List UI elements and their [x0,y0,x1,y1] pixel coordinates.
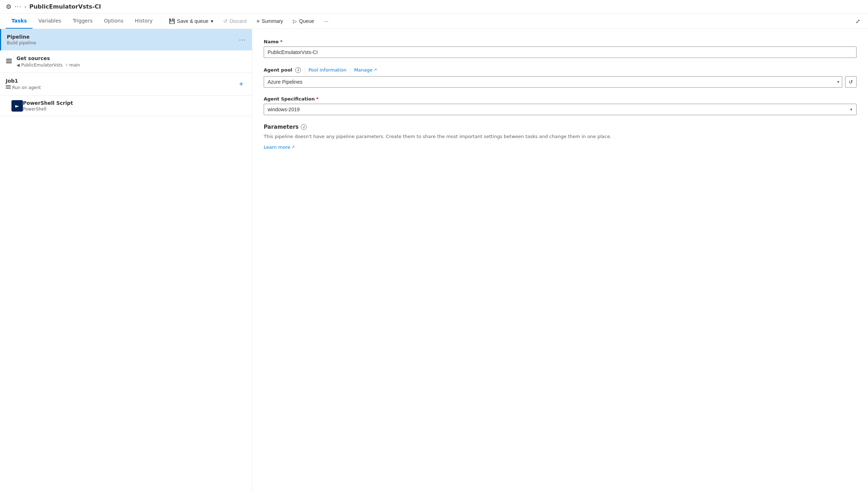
pool-information-link[interactable]: Pool information [308,67,346,73]
pipeline-more-button[interactable]: ··· [239,36,246,44]
agent-pool-form-group: Agent pool i | Pool information | Manage… [264,67,857,88]
breadcrumb-chevron: › [24,4,26,10]
ps-arrow-icon: ► [15,103,19,109]
parameters-desc: This pipeline doesn't have any pipeline … [264,133,857,140]
repo-name: PublicEmulatorVsts [21,63,62,68]
summary-label: Summary [262,18,283,24]
nav-actions: 💾 Save & queue ▾ ↺ Discard ≡ Summary ▷ Q… [165,16,333,26]
agent-spec-required-star: * [316,96,319,102]
more-dots-icon: ··· [324,18,328,24]
pipe-sep-2: | [349,67,351,73]
job-section: Job1 Run on agent + [0,73,252,116]
parameters-form-group: Parameters i This pipeline doesn't have … [264,124,857,150]
discard-icon: ↺ [223,18,228,24]
manage-label: Manage [354,67,373,73]
svg-rect-5 [6,88,11,89]
name-required-star: * [280,39,283,44]
sources-repo: ◀ PublicEmulatorVsts [16,63,63,68]
sources-branch: ⑂ main [65,63,80,68]
tab-triggers[interactable]: Triggers [67,14,98,29]
expand-icon: ⤢ [855,18,860,24]
pipeline-subtitle: Build pipeline [7,40,36,45]
more-options-button[interactable]: ··· [320,16,333,26]
right-panel: Name * Agent pool i | Pool information |… [252,29,868,492]
summary-icon: ≡ [257,18,259,24]
branch-name: main [69,63,80,68]
svg-rect-0 [6,59,12,60]
run-on-agent-icon [6,84,11,90]
manage-link[interactable]: Manage ↗ [354,67,377,73]
name-input[interactable] [264,46,857,58]
nav-bar: Tasks Variables Triggers Options History… [0,14,868,29]
refresh-icon: ↺ [849,79,853,85]
left-panel: Pipeline Build pipeline ··· Get sources … [0,29,252,492]
queue-icon: ▷ [293,18,297,24]
tab-tasks[interactable]: Tasks [6,14,33,29]
learn-more-label: Learn more [264,144,290,150]
summary-button[interactable]: ≡ Summary [252,16,287,26]
name-form-group: Name * [264,39,857,58]
learn-more-link[interactable]: Learn more ↗ [264,144,857,150]
repo-icon: ◀ [16,63,20,68]
pipeline-header-text: Pipeline Build pipeline [7,34,36,45]
powershell-icon: ► [11,100,23,112]
name-label: Name * [264,39,857,44]
job-header-left: Job1 Run on agent [6,78,41,90]
agent-spec-label: Agent Specification * [264,96,857,102]
job-header[interactable]: Job1 Run on agent + [0,73,252,95]
agent-pool-label: Agent pool [264,67,292,73]
pipeline-header[interactable]: Pipeline Build pipeline ··· [0,29,252,50]
main-layout: Pipeline Build pipeline ··· Get sources … [0,29,868,492]
tab-history[interactable]: History [129,14,159,29]
name-label-text: Name [264,39,279,44]
agent-pool-select[interactable]: Azure Pipelines [264,76,842,88]
sources-title: Get sources [16,55,80,61]
pipeline-title: Pipeline [7,34,36,40]
task-subtitle: PowerShell [23,107,73,112]
save-chevron-icon: ▾ [211,18,213,24]
sources-info: Get sources ◀ PublicEmulatorVsts ⑂ main [16,55,80,68]
learn-more-external-icon: ↗ [291,145,294,150]
expand-button[interactable]: ⤢ [853,16,862,27]
parameters-info-icon[interactable]: i [301,124,307,130]
add-task-button[interactable]: + [236,79,246,90]
queue-label: Queue [299,18,314,24]
svg-rect-2 [6,62,12,63]
external-link-icon: ↗ [374,68,377,72]
task-title: PowerShell Script [23,100,73,106]
page-title: PublicEmulatorVsts-CI [29,3,101,10]
sources-icon [6,58,12,65]
top-bar-more-button[interactable]: ··· [14,3,21,10]
save-queue-label: Save & queue [177,18,209,24]
discard-label: Discard [230,18,247,24]
task-info: PowerShell Script PowerShell [23,100,73,112]
get-sources-row[interactable]: Get sources ◀ PublicEmulatorVsts ⑂ main [0,50,252,73]
pool-info-label: Pool information [308,67,346,73]
agent-pool-select-wrapper: Azure Pipelines ▾ ↺ [264,76,857,88]
svg-rect-4 [6,87,11,87]
agent-pool-refresh-button[interactable]: ↺ [845,76,857,88]
tab-options[interactable]: Options [98,14,129,29]
branch-icon: ⑂ [65,63,68,68]
svg-rect-3 [6,85,11,86]
save-queue-button[interactable]: 💾 Save & queue ▾ [165,16,218,26]
queue-button[interactable]: ▷ Queue [289,16,318,26]
svg-rect-1 [6,60,12,62]
job-subtitle: Run on agent [6,84,41,90]
job-subtitle-text: Run on agent [12,85,41,90]
tab-variables[interactable]: Variables [33,14,67,29]
discard-button[interactable]: ↺ Discard [219,16,251,26]
nav-divider [161,17,162,25]
agent-spec-form-group: Agent Specification * windows-2019 ▾ [264,96,857,115]
agent-spec-label-text: Agent Specification [264,96,315,102]
agent-pool-row: Agent pool i | Pool information | Manage… [264,67,857,73]
app-icon: ⚙ [6,3,11,10]
sources-meta: ◀ PublicEmulatorVsts ⑂ main [16,63,80,68]
parameters-title: Parameters i [264,124,857,130]
save-icon: 💾 [169,18,175,24]
agent-spec-select[interactable]: windows-2019 [264,104,857,115]
powershell-task-item[interactable]: ► PowerShell Script PowerShell [0,95,252,116]
top-bar: ⚙ ··· › PublicEmulatorVsts-CI [0,0,868,14]
agent-pool-info-icon[interactable]: i [295,67,301,73]
agent-spec-select-wrapper: windows-2019 ▾ [264,104,857,115]
